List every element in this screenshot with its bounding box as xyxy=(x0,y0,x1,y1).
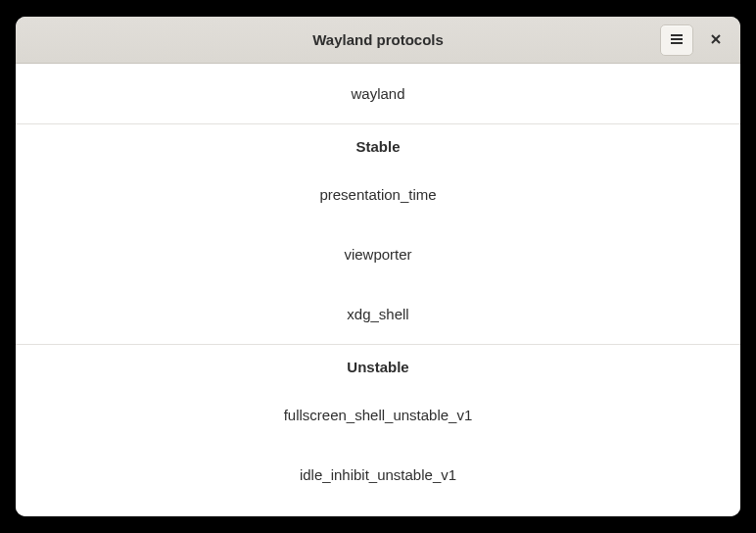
close-button[interactable] xyxy=(699,24,732,56)
titlebar: Wayland protocols xyxy=(16,17,740,64)
svg-rect-0 xyxy=(671,34,683,36)
section-header-unstable: Unstable xyxy=(16,344,740,385)
list-item[interactable]: presentation_time xyxy=(16,165,740,224)
close-icon xyxy=(710,31,722,49)
list-item[interactable]: wayland xyxy=(16,64,740,123)
svg-rect-2 xyxy=(671,42,683,44)
svg-rect-1 xyxy=(671,38,683,40)
list-item[interactable]: viewporter xyxy=(16,224,740,284)
window-title: Wayland protocols xyxy=(24,31,732,48)
hamburger-menu-button[interactable] xyxy=(660,24,693,56)
list-item[interactable]: fullscreen_shell_unstable_v1 xyxy=(16,385,740,445)
titlebar-buttons xyxy=(660,24,732,56)
window: Wayland protocols xyxy=(16,17,740,516)
content-area: wayland Stable presentation_time viewpor… xyxy=(16,64,740,516)
list-item-partial[interactable] xyxy=(16,505,740,516)
list-item[interactable]: xdg_shell xyxy=(16,284,740,344)
list-item[interactable]: idle_inhibit_unstable_v1 xyxy=(16,445,740,505)
section-header-stable: Stable xyxy=(16,123,740,165)
hamburger-icon xyxy=(670,31,684,48)
